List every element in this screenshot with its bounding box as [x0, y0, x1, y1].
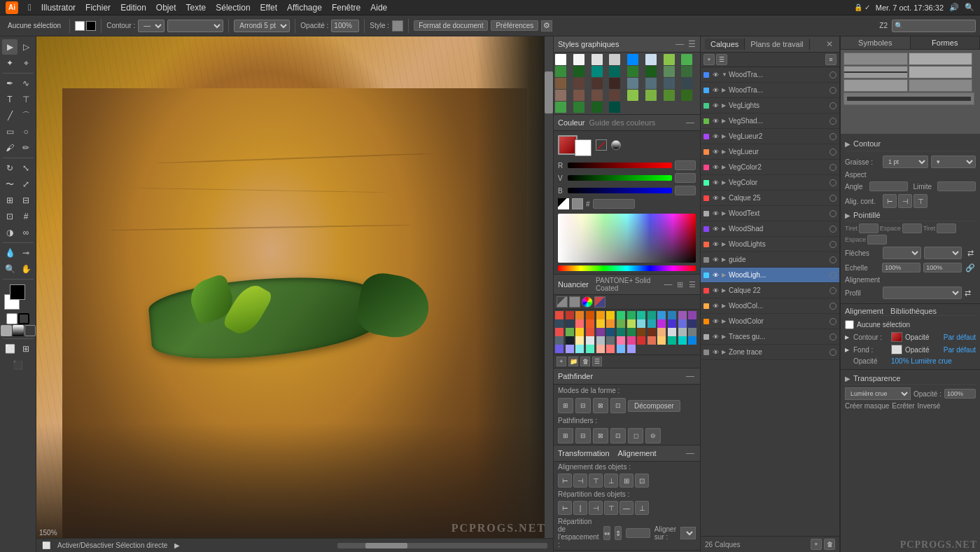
- echelle-input-2[interactable]: [923, 263, 962, 272]
- profil-flip-btn[interactable]: ⇄: [965, 289, 976, 298]
- espace1-input[interactable]: [902, 223, 922, 233]
- menu-selection[interactable]: Sélection: [216, 3, 250, 13]
- swatch-17[interactable]: [586, 319, 594, 328]
- swatch-49[interactable]: [627, 336, 636, 345]
- pathfinder-close[interactable]: —: [685, 371, 696, 382]
- layer-visibility-eye[interactable]: 👁: [710, 163, 720, 172]
- add-layer-btn[interactable]: +: [811, 539, 822, 550]
- normal-mode[interactable]: [1, 325, 12, 336]
- layer-visibility-eye[interactable]: 👁: [710, 85, 720, 95]
- style-swatch-27[interactable]: [609, 90, 620, 101]
- layer-target-indicator[interactable]: [830, 303, 836, 310]
- swatch-6[interactable]: [617, 311, 625, 319]
- swatch-42[interactable]: [555, 336, 564, 345]
- style-swatch-0[interactable]: [555, 54, 566, 65]
- fond-par-defaut[interactable]: Par défaut: [944, 346, 976, 354]
- gradient-tool[interactable]: ◑: [2, 225, 18, 240]
- tiret2-input[interactable]: [937, 223, 956, 233]
- menu-fichier[interactable]: Fichier: [85, 3, 111, 13]
- scale-tool[interactable]: ⤡: [18, 160, 34, 176]
- swatch-56[interactable]: [555, 345, 564, 353]
- layer-target-indicator[interactable]: [830, 241, 836, 248]
- swatch-52[interactable]: [657, 336, 666, 345]
- swatch-23[interactable]: [648, 319, 656, 328]
- style-swatch-35[interactable]: [609, 102, 620, 113]
- layer-visibility-eye[interactable]: 👁: [710, 301, 720, 311]
- style-swatch-22[interactable]: [664, 78, 675, 89]
- swatch-59[interactable]: [586, 345, 594, 353]
- layer-expand-arrow[interactable]: ▶: [722, 349, 727, 355]
- layer-item[interactable]: 👁▶VegShad...: [701, 113, 839, 129]
- type-path-tool[interactable]: ⊤: [18, 92, 34, 107]
- layer-visibility-eye[interactable]: 👁: [710, 224, 720, 234]
- swatch-10[interactable]: [657, 311, 666, 319]
- fill-btn[interactable]: [6, 313, 18, 324]
- decompose-btn[interactable]: Décomposer: [628, 400, 680, 412]
- swatch-20[interactable]: [617, 319, 625, 328]
- swatch-39[interactable]: [668, 328, 676, 336]
- b-bar[interactable]: [568, 188, 672, 193]
- layer-target-indicator[interactable]: [830, 333, 836, 340]
- eyedropper-tool[interactable]: 💧: [2, 245, 18, 261]
- layer-target-indicator[interactable]: [830, 318, 836, 325]
- echelle-link-btn[interactable]: 🔗: [965, 262, 976, 273]
- layer-item[interactable]: 👁▼WoodTra...: [701, 67, 839, 83]
- swatch-36[interactable]: [637, 328, 645, 336]
- layer-item[interactable]: 👁▶WoodShad: [701, 221, 839, 237]
- swatch-21[interactable]: [627, 319, 636, 328]
- swatch-30[interactable]: [575, 328, 584, 336]
- unite-btn[interactable]: ⊞: [558, 398, 573, 413]
- layer-expand-arrow[interactable]: ▶: [722, 318, 727, 324]
- style-swatch-29[interactable]: [645, 90, 657, 101]
- layer-item[interactable]: 👁▶VegLueur: [701, 144, 839, 160]
- stroke-preview-4[interactable]: [909, 66, 973, 78]
- layer-expand-arrow[interactable]: ▶: [722, 118, 727, 124]
- creer-masque-btn[interactable]: Créer masque: [845, 402, 889, 410]
- artwork-canvas[interactable]: [36, 36, 553, 552]
- gradient-fill[interactable]: [13, 325, 24, 336]
- layer-visibility-eye[interactable]: 👁: [710, 209, 720, 219]
- layer-visibility-eye[interactable]: 👁: [710, 347, 720, 357]
- blend-tool[interactable]: ∞: [18, 225, 34, 240]
- layer-expand-arrow[interactable]: ▶: [722, 287, 727, 294]
- dist-right-btn[interactable]: ⊣: [589, 501, 603, 515]
- swatches-grid-btn[interactable]: ⊞: [677, 280, 683, 289]
- swatch-13[interactable]: [688, 311, 696, 319]
- layer-visibility-eye[interactable]: 👁: [710, 116, 720, 126]
- align-right-btn[interactable]: ⊤: [589, 474, 603, 488]
- dist-space-input[interactable]: [626, 528, 650, 538]
- align-center-h-btn[interactable]: ⊣: [573, 474, 587, 488]
- layer-visibility-eye[interactable]: 👁: [710, 70, 720, 80]
- type-tool[interactable]: T: [2, 92, 18, 107]
- arrondi-select[interactable]: Arrondi 5 pt: [234, 20, 290, 32]
- rect-tool[interactable]: ▭: [2, 124, 18, 139]
- style-swatch-7[interactable]: [681, 54, 692, 65]
- swatch-48[interactable]: [617, 336, 625, 345]
- menu-fenetre[interactable]: Fenêtre: [332, 3, 360, 13]
- swatch-4[interactable]: [596, 311, 605, 319]
- swatch-41[interactable]: [688, 328, 696, 336]
- layer-visibility-eye[interactable]: 👁: [710, 286, 720, 296]
- pen-tool[interactable]: ✒: [2, 76, 18, 91]
- alig-outside-btn[interactable]: ⊤: [913, 194, 927, 208]
- swatch-60[interactable]: [596, 345, 605, 353]
- layer-visibility-eye[interactable]: 👁: [710, 317, 720, 326]
- calques-tab[interactable]: Calques: [705, 39, 745, 50]
- swatch-0[interactable]: [555, 311, 564, 319]
- layer-item[interactable]: 👁▶WoodLigh...: [701, 268, 839, 283]
- layer-expand-arrow[interactable]: ▶: [722, 210, 727, 216]
- style-swatch-10[interactable]: [592, 66, 603, 77]
- menu-effet[interactable]: Effet: [260, 3, 277, 13]
- layer-target-indicator[interactable]: [830, 287, 836, 294]
- layer-expand-arrow[interactable]: ▶: [722, 164, 727, 170]
- style-swatch-34[interactable]: [592, 102, 603, 113]
- layer-expand-arrow[interactable]: ▶: [722, 102, 727, 109]
- pencil-tool[interactable]: ✏: [18, 140, 34, 156]
- layer-visibility-eye[interactable]: 👁: [710, 255, 720, 265]
- swatch-18[interactable]: [596, 319, 605, 328]
- swatch-35[interactable]: [627, 328, 636, 336]
- swatch-15[interactable]: [566, 319, 574, 328]
- minus-btn[interactable]: ⊟: [575, 398, 591, 413]
- curvature-tool[interactable]: ∿: [18, 76, 34, 91]
- more-options-button[interactable]: ⚙: [541, 20, 552, 32]
